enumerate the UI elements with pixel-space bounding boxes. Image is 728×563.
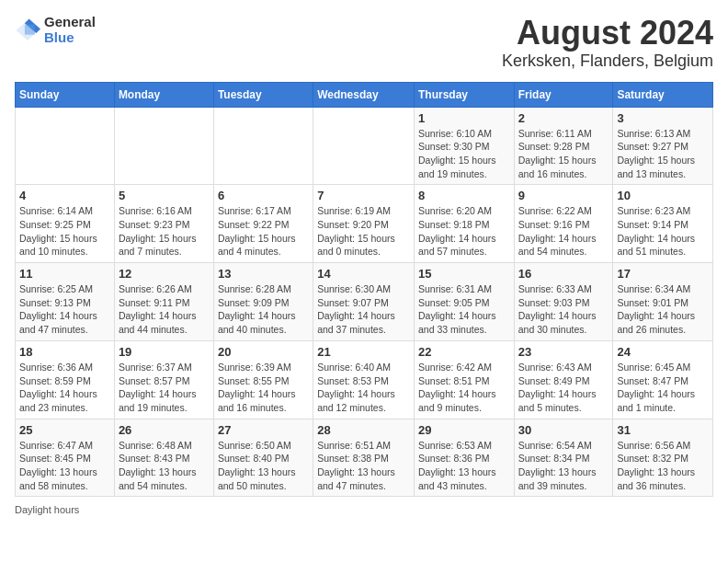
day-info: Sunrise: 6:14 AM Sunset: 9:25 PM Dayligh… [19, 204, 110, 259]
calendar-cell [16, 107, 115, 185]
day-number: 12 [119, 267, 210, 281]
logo-general: General [44, 15, 96, 30]
day-info: Sunrise: 6:30 AM Sunset: 9:07 PM Dayligh… [317, 282, 410, 337]
calendar-cell: 8Sunrise: 6:20 AM Sunset: 9:18 PM Daylig… [414, 185, 514, 263]
day-info: Sunrise: 6:13 AM Sunset: 9:27 PM Dayligh… [617, 127, 709, 181]
day-info: Sunrise: 6:17 AM Sunset: 9:22 PM Dayligh… [218, 204, 309, 259]
calendar-day-header: Tuesday [213, 82, 313, 107]
calendar-cell: 28Sunrise: 6:51 AM Sunset: 8:38 PM Dayli… [313, 419, 415, 497]
calendar-cell: 7Sunrise: 6:19 AM Sunset: 9:20 PM Daylig… [313, 185, 415, 263]
calendar-cell: 1Sunrise: 6:10 AM Sunset: 9:30 PM Daylig… [414, 107, 514, 185]
calendar-cell: 18Sunrise: 6:36 AM Sunset: 8:59 PM Dayli… [16, 340, 115, 419]
logo-text: General Blue [44, 15, 96, 45]
day-info: Sunrise: 6:10 AM Sunset: 9:30 PM Dayligh… [418, 127, 510, 181]
calendar-day-header: Wednesday [313, 82, 415, 107]
calendar-cell: 25Sunrise: 6:47 AM Sunset: 8:45 PM Dayli… [16, 419, 115, 497]
calendar-cell: 22Sunrise: 6:42 AM Sunset: 8:51 PM Dayli… [414, 340, 514, 419]
calendar-week-row: 4Sunrise: 6:14 AM Sunset: 9:25 PM Daylig… [16, 185, 713, 263]
logo: General Blue [15, 15, 96, 45]
calendar-cell: 17Sunrise: 6:34 AM Sunset: 9:01 PM Dayli… [613, 263, 713, 341]
calendar-cell: 30Sunrise: 6:54 AM Sunset: 8:34 PM Dayli… [514, 419, 613, 497]
day-number: 7 [317, 189, 410, 202]
calendar-cell: 21Sunrise: 6:40 AM Sunset: 8:53 PM Dayli… [313, 340, 415, 419]
day-number: 13 [218, 267, 309, 281]
calendar-day-header: Friday [514, 82, 613, 107]
day-info: Sunrise: 6:39 AM Sunset: 8:55 PM Dayligh… [218, 361, 309, 415]
day-info: Sunrise: 6:36 AM Sunset: 8:59 PM Dayligh… [19, 361, 110, 415]
day-info: Sunrise: 6:20 AM Sunset: 9:18 PM Dayligh… [418, 204, 510, 259]
day-info: Sunrise: 6:40 AM Sunset: 8:53 PM Dayligh… [317, 361, 410, 415]
day-number: 23 [518, 345, 609, 359]
calendar-cell: 15Sunrise: 6:31 AM Sunset: 9:05 PM Dayli… [414, 263, 514, 341]
day-number: 21 [317, 345, 410, 359]
calendar-cell: 9Sunrise: 6:22 AM Sunset: 9:16 PM Daylig… [514, 185, 613, 263]
calendar-week-row: 25Sunrise: 6:47 AM Sunset: 8:45 PM Dayli… [16, 419, 713, 497]
day-number: 14 [317, 267, 410, 281]
calendar-cell: 2Sunrise: 6:11 AM Sunset: 9:28 PM Daylig… [514, 107, 613, 185]
logo-blue: Blue [44, 30, 96, 46]
calendar-cell: 20Sunrise: 6:39 AM Sunset: 8:55 PM Dayli… [213, 340, 313, 419]
day-info: Sunrise: 6:19 AM Sunset: 9:20 PM Dayligh… [317, 204, 410, 259]
calendar-week-row: 1Sunrise: 6:10 AM Sunset: 9:30 PM Daylig… [16, 107, 713, 185]
calendar-cell: 5Sunrise: 6:16 AM Sunset: 9:23 PM Daylig… [114, 185, 213, 263]
calendar-cell: 31Sunrise: 6:56 AM Sunset: 8:32 PM Dayli… [613, 419, 713, 497]
calendar-header-row: SundayMondayTuesdayWednesdayThursdayFrid… [16, 82, 713, 107]
day-number: 2 [518, 111, 609, 125]
day-number: 22 [418, 345, 510, 359]
calendar-cell: 27Sunrise: 6:50 AM Sunset: 8:40 PM Dayli… [213, 419, 313, 497]
calendar-week-row: 18Sunrise: 6:36 AM Sunset: 8:59 PM Dayli… [16, 340, 713, 419]
page-subtitle: Kerksken, Flanders, Belgium [502, 52, 713, 71]
day-number: 10 [617, 189, 709, 202]
day-info: Sunrise: 6:53 AM Sunset: 8:36 PM Dayligh… [418, 439, 510, 493]
day-info: Sunrise: 6:11 AM Sunset: 9:28 PM Dayligh… [518, 127, 609, 181]
logo-icon [15, 17, 40, 43]
day-number: 29 [418, 423, 510, 437]
calendar-cell: 11Sunrise: 6:25 AM Sunset: 9:13 PM Dayli… [16, 263, 115, 341]
calendar-cell: 4Sunrise: 6:14 AM Sunset: 9:25 PM Daylig… [16, 185, 115, 263]
calendar-day-header: Monday [114, 82, 213, 107]
day-info: Sunrise: 6:31 AM Sunset: 9:05 PM Dayligh… [418, 282, 510, 337]
calendar-cell: 10Sunrise: 6:23 AM Sunset: 9:14 PM Dayli… [613, 185, 713, 263]
day-info: Sunrise: 6:47 AM Sunset: 8:45 PM Dayligh… [19, 439, 110, 493]
day-info: Sunrise: 6:16 AM Sunset: 9:23 PM Dayligh… [119, 204, 210, 259]
calendar-cell: 29Sunrise: 6:53 AM Sunset: 8:36 PM Dayli… [414, 419, 514, 497]
day-info: Sunrise: 6:43 AM Sunset: 8:49 PM Dayligh… [518, 361, 609, 415]
calendar-cell [213, 107, 313, 185]
calendar-cell: 14Sunrise: 6:30 AM Sunset: 9:07 PM Dayli… [313, 263, 415, 341]
daylight-hours-label: Daylight hours [15, 504, 79, 515]
calendar-day-header: Sunday [16, 82, 115, 107]
day-info: Sunrise: 6:23 AM Sunset: 9:14 PM Dayligh… [617, 204, 709, 259]
day-number: 9 [518, 189, 609, 202]
day-number: 17 [617, 267, 709, 281]
day-number: 16 [518, 267, 609, 281]
calendar-day-header: Thursday [414, 82, 514, 107]
svg-marker-2 [25, 24, 35, 34]
day-number: 1 [418, 111, 510, 125]
day-info: Sunrise: 6:37 AM Sunset: 8:57 PM Dayligh… [119, 361, 210, 415]
calendar-cell: 16Sunrise: 6:33 AM Sunset: 9:03 PM Dayli… [514, 263, 613, 341]
day-info: Sunrise: 6:51 AM Sunset: 8:38 PM Dayligh… [317, 439, 410, 493]
day-number: 31 [617, 423, 709, 437]
day-number: 8 [418, 189, 510, 202]
day-info: Sunrise: 6:22 AM Sunset: 9:16 PM Dayligh… [518, 204, 609, 259]
calendar-table: SundayMondayTuesdayWednesdayThursdayFrid… [15, 82, 713, 498]
page-title: August 2024 [502, 15, 713, 52]
day-info: Sunrise: 6:45 AM Sunset: 8:47 PM Dayligh… [617, 361, 709, 415]
calendar-cell: 6Sunrise: 6:17 AM Sunset: 9:22 PM Daylig… [213, 185, 313, 263]
calendar-cell: 26Sunrise: 6:48 AM Sunset: 8:43 PM Dayli… [114, 419, 213, 497]
calendar-cell: 19Sunrise: 6:37 AM Sunset: 8:57 PM Dayli… [114, 340, 213, 419]
page-header: General Blue August 2024 Kerksken, Fland… [15, 15, 713, 71]
day-number: 3 [617, 111, 709, 125]
day-number: 25 [19, 423, 110, 437]
calendar-day-header: Saturday [613, 82, 713, 107]
calendar-footer: Daylight hours [15, 504, 713, 515]
day-info: Sunrise: 6:50 AM Sunset: 8:40 PM Dayligh… [218, 439, 309, 493]
calendar-cell: 24Sunrise: 6:45 AM Sunset: 8:47 PM Dayli… [613, 340, 713, 419]
day-info: Sunrise: 6:34 AM Sunset: 9:01 PM Dayligh… [617, 282, 709, 337]
day-info: Sunrise: 6:26 AM Sunset: 9:11 PM Dayligh… [119, 282, 210, 337]
day-number: 15 [418, 267, 510, 281]
day-number: 19 [119, 345, 210, 359]
day-info: Sunrise: 6:33 AM Sunset: 9:03 PM Dayligh… [518, 282, 609, 337]
day-number: 27 [218, 423, 309, 437]
calendar-week-row: 11Sunrise: 6:25 AM Sunset: 9:13 PM Dayli… [16, 263, 713, 341]
